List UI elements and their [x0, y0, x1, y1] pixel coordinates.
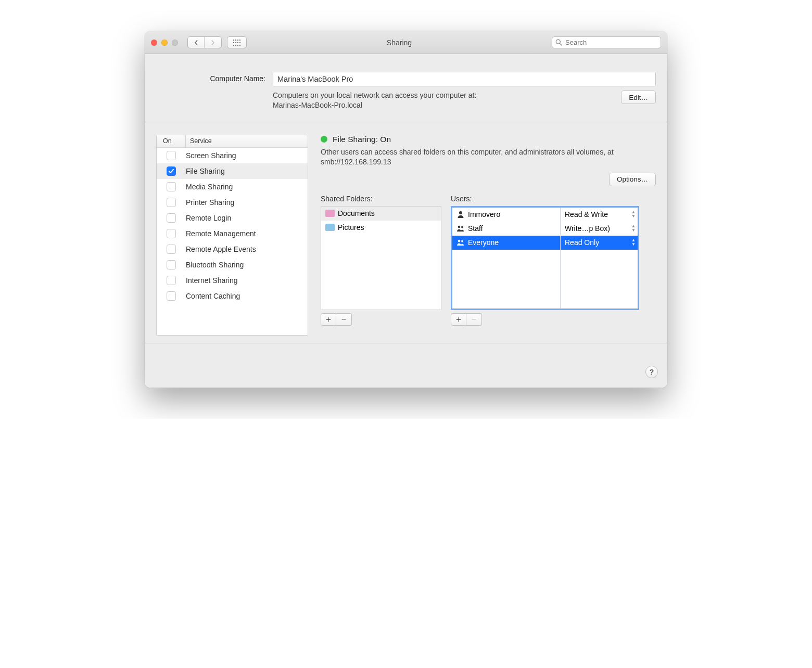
search-icon: [555, 39, 562, 46]
service-label: Content Caching: [186, 292, 308, 300]
user-name: Immovero: [468, 210, 500, 219]
svg-point-7: [239, 42, 240, 43]
service-checkbox[interactable]: [167, 245, 176, 254]
back-button[interactable]: [188, 37, 205, 48]
permission-stepper-icon: ▲▼: [631, 238, 636, 247]
permission-label: Read Only: [565, 238, 599, 247]
service-description: Other users can access shared folders on…: [321, 147, 656, 168]
service-label: Bluetooth Sharing: [186, 261, 308, 269]
col-on: On: [157, 135, 186, 147]
permission-label: Read & Write: [565, 210, 608, 219]
computer-name-section: Computer Name: Computers on your local n…: [145, 54, 667, 122]
options-button[interactable]: Options…: [609, 173, 656, 186]
svg-point-11: [239, 44, 240, 45]
service-label: Remote Apple Events: [186, 245, 308, 253]
computer-name-label: Computer Name:: [156, 72, 265, 83]
remove-folder-button[interactable]: −: [336, 313, 352, 326]
service-row[interactable]: Content Caching: [157, 288, 308, 304]
svg-point-10: [237, 44, 238, 45]
users-label: Users:: [451, 195, 639, 203]
svg-point-18: [461, 240, 463, 242]
add-user-button[interactable]: ＋: [451, 313, 466, 326]
computer-name-hint: Computers on your local network can acce…: [273, 91, 614, 110]
services-header: On Service: [157, 135, 308, 148]
help-button[interactable]: ?: [645, 366, 658, 378]
svg-point-3: [239, 39, 240, 40]
titlebar: Sharing: [145, 31, 667, 54]
folder-row[interactable]: Pictures: [321, 221, 441, 235]
user-permission[interactable]: Write…p Box)▲▼: [561, 222, 638, 236]
service-label: Remote Login: [186, 214, 308, 222]
service-label: Printer Sharing: [186, 198, 308, 207]
service-status: File Sharing: On: [321, 135, 656, 144]
edit-hostname-button[interactable]: Edit…: [621, 91, 656, 104]
search-field[interactable]: [552, 36, 661, 48]
service-checkbox[interactable]: [167, 182, 176, 191]
users-add-remove: ＋ −: [451, 313, 639, 326]
service-checkbox[interactable]: [167, 276, 176, 285]
user-row[interactable]: Everyone: [452, 236, 560, 250]
service-checkbox[interactable]: [167, 166, 176, 176]
service-checkbox[interactable]: [167, 151, 176, 160]
shared-folders-label: Shared Folders:: [321, 195, 441, 203]
service-checkbox[interactable]: [167, 229, 176, 238]
close-window-button[interactable]: [151, 40, 157, 46]
add-folder-button[interactable]: ＋: [321, 313, 336, 326]
folder-row[interactable]: Documents: [321, 207, 441, 221]
status-indicator-icon: [321, 136, 327, 143]
svg-point-4: [233, 42, 234, 43]
svg-point-14: [459, 211, 462, 214]
folder-icon: [325, 224, 335, 231]
main-section: On Service Screen SharingFile SharingMed…: [145, 122, 667, 343]
search-input[interactable]: [564, 38, 657, 47]
window-title: Sharing: [252, 38, 547, 47]
service-label: Media Sharing: [186, 183, 308, 191]
user-permission[interactable]: Read Only▲▼: [561, 236, 638, 250]
user-permission[interactable]: Read & Write▲▼: [561, 208, 638, 222]
users-list[interactable]: ImmoveroStaffEveryone Read & Write▲▼Writ…: [451, 206, 639, 310]
service-checkbox[interactable]: [167, 260, 176, 269]
service-row[interactable]: File Sharing: [157, 163, 308, 179]
svg-line-13: [560, 43, 562, 45]
col-service: Service: [186, 135, 308, 147]
service-label: Remote Management: [186, 229, 308, 238]
svg-point-5: [235, 42, 236, 43]
folder-label: Documents: [338, 209, 375, 217]
forward-button[interactable]: [205, 37, 221, 48]
minimize-window-button[interactable]: [161, 40, 168, 46]
service-checkbox[interactable]: [167, 291, 176, 301]
user-name: Staff: [468, 224, 483, 233]
computer-name-input[interactable]: [273, 72, 656, 86]
svg-point-1: [235, 39, 236, 40]
service-row[interactable]: Internet Sharing: [157, 273, 308, 288]
show-all-button[interactable]: [227, 36, 247, 48]
group-icon: [456, 224, 465, 233]
folder-icon: [325, 210, 335, 217]
detail-pane: File Sharing: On Other users can access …: [321, 135, 656, 326]
nav-back-forward: [187, 36, 222, 48]
service-row[interactable]: Remote Login: [157, 210, 308, 226]
zoom-window-button[interactable]: [172, 40, 178, 46]
folders-add-remove: ＋ −: [321, 313, 441, 326]
user-name: Everyone: [468, 238, 499, 247]
service-row[interactable]: Media Sharing: [157, 179, 308, 195]
svg-point-8: [233, 44, 234, 45]
status-text: File Sharing: On: [333, 135, 391, 144]
service-label: File Sharing: [186, 167, 308, 175]
remove-user-button[interactable]: −: [466, 313, 482, 326]
user-row[interactable]: Immovero: [452, 208, 560, 222]
service-label: Screen Sharing: [186, 151, 308, 160]
service-row[interactable]: Screen Sharing: [157, 148, 308, 163]
sharing-prefs-window: Sharing Computer Name: Computers on your…: [145, 31, 667, 388]
footer: ?: [145, 343, 667, 388]
permission-stepper-icon: ▲▼: [631, 210, 636, 219]
service-checkbox[interactable]: [167, 213, 176, 223]
shared-folders-list[interactable]: DocumentsPictures: [321, 206, 441, 310]
service-row[interactable]: Bluetooth Sharing: [157, 257, 308, 273]
service-checkbox[interactable]: [167, 198, 176, 207]
user-row[interactable]: Staff: [452, 222, 560, 236]
service-row[interactable]: Remote Apple Events: [157, 241, 308, 257]
svg-point-16: [461, 226, 463, 228]
service-row[interactable]: Printer Sharing: [157, 195, 308, 210]
service-row[interactable]: Remote Management: [157, 226, 308, 241]
